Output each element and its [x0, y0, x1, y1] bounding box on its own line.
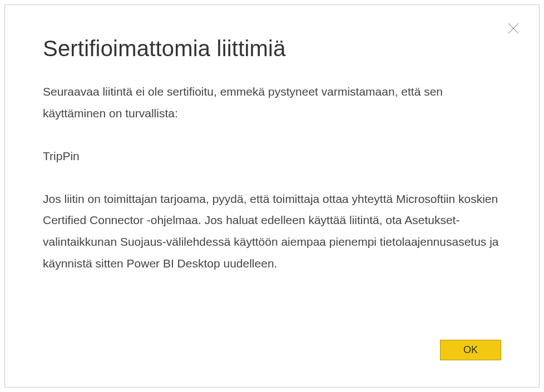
dialog-body: Seuraavaa liitintä ei ole sertifioitu, e…	[43, 81, 501, 329]
close-button[interactable]	[506, 21, 521, 36]
instruction-text: Jos liitin on toimittajan tarjoama, pyyd…	[43, 188, 501, 275]
dialog-title: Sertifioimattomia liittimiä	[43, 36, 501, 61]
intro-text: Seuraavaa liitintä ei ole sertifioitu, e…	[43, 81, 501, 125]
connector-name: TripPin	[43, 146, 501, 167]
ok-button[interactable]: OK	[440, 340, 501, 360]
dialog-footer: OK	[43, 340, 501, 360]
uncertified-connectors-dialog: Sertifioimattomia liittimiä Seuraavaa li…	[4, 4, 540, 388]
close-icon	[507, 22, 520, 35]
